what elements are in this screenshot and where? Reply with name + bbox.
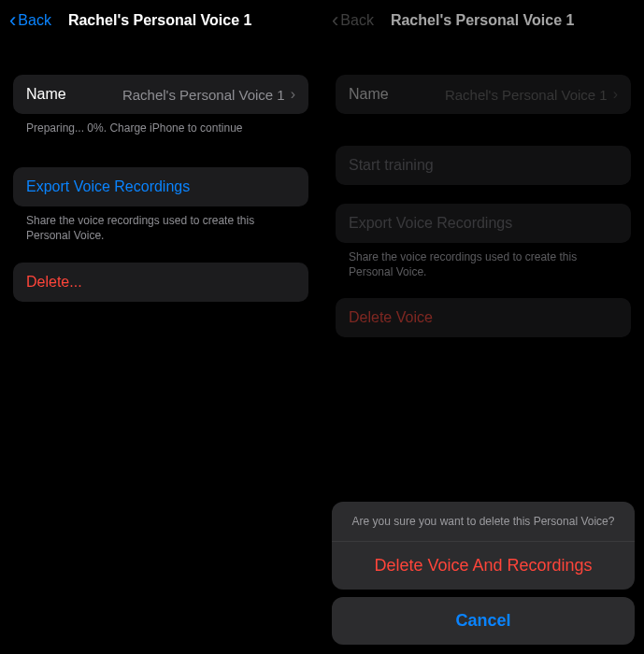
chevron-right-icon: › xyxy=(291,86,295,103)
name-value-text: Rachel's Personal Voice 1 xyxy=(122,87,285,103)
cancel-button[interactable]: Cancel xyxy=(332,597,635,645)
settings-screen-left: ‹ Back Rachel's Personal Voice 1 Name Ra… xyxy=(0,0,322,654)
export-footer: Share the voice recordings used to creat… xyxy=(13,206,308,243)
delete-label: Delete... xyxy=(26,274,82,290)
delete-voice-and-recordings-button[interactable]: Delete Voice And Recordings xyxy=(332,542,635,590)
cancel-sheet: Cancel xyxy=(332,597,635,645)
delete-button[interactable]: Delete... xyxy=(13,263,308,302)
name-row[interactable]: Name Rachel's Personal Voice 1 › xyxy=(13,75,308,114)
export-recordings-button[interactable]: Export Voice Recordings xyxy=(13,167,308,206)
settings-screen-right: ‹ Back Rachel's Personal Voice 1 Name Ra… xyxy=(322,0,644,654)
name-value: Rachel's Personal Voice 1 › xyxy=(122,86,295,103)
name-label: Name xyxy=(26,86,66,103)
action-sheet: Are you sure you want to delete this Per… xyxy=(332,502,635,590)
back-label: Back xyxy=(18,12,51,29)
content-area: Name Rachel's Personal Voice 1 › Prepari… xyxy=(0,75,322,302)
back-button[interactable]: ‹ Back xyxy=(9,10,51,31)
page-title: Rachel's Personal Voice 1 xyxy=(68,12,252,29)
export-label: Export Voice Recordings xyxy=(26,178,190,194)
nav-header: ‹ Back Rachel's Personal Voice 1 xyxy=(0,0,322,41)
sheet-message: Are you sure you want to delete this Per… xyxy=(332,502,635,542)
status-footer: Preparing... 0%. Charge iPhone to contin… xyxy=(13,114,308,135)
chevron-left-icon: ‹ xyxy=(9,10,16,31)
action-sheet-overlay[interactable]: Are you sure you want to delete this Per… xyxy=(322,0,644,654)
